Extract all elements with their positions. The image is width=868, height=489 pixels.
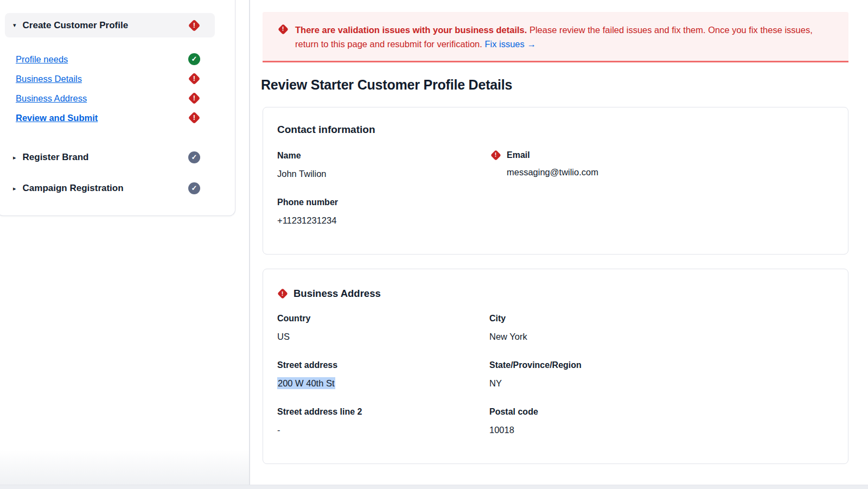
sidebar-section-create-customer-profile[interactable]: ▾ Create Customer Profile bbox=[5, 13, 215, 37]
field-value: 10018 bbox=[489, 425, 834, 435]
field-email: Email messaging@twilio.com bbox=[489, 151, 834, 179]
field-country: Country US bbox=[277, 314, 489, 342]
arrow-right-icon: → bbox=[527, 39, 536, 49]
sidebar-card: ▾ Create Customer Profile Profile needs … bbox=[0, 0, 235, 216]
banner-message-title: There are validation issues with your bu… bbox=[295, 25, 527, 35]
field-name: Name John Twilion bbox=[277, 151, 489, 179]
field-value: NY bbox=[489, 378, 834, 389]
field-value: US bbox=[277, 332, 489, 342]
sidebar-section-label: Create Customer Profile bbox=[23, 20, 182, 31]
field-label: Street address line 2 bbox=[277, 407, 489, 417]
success-check-icon bbox=[188, 53, 200, 65]
error-icon bbox=[188, 73, 200, 85]
field-value: - bbox=[277, 425, 489, 435]
banner-message: There are validation issues with your bu… bbox=[295, 23, 832, 51]
business-address-link[interactable]: Business Address bbox=[16, 93, 87, 104]
address-fields: Country US City New York Street address … bbox=[277, 314, 834, 435]
field-label: City bbox=[489, 314, 834, 323]
error-icon bbox=[188, 112, 200, 124]
chevron-down-icon: ▾ bbox=[13, 22, 16, 28]
contact-fields: Name John Twilion Email messaging@twilio… bbox=[277, 151, 834, 226]
contact-information-card: Contact information Name John Twilion Em… bbox=[263, 107, 848, 255]
business-address-card: Business Address Country US City New Yor… bbox=[263, 269, 848, 464]
sidebar-item-business-details: Business Details bbox=[5, 69, 215, 88]
field-value: New York bbox=[489, 332, 834, 342]
sidebar-step-list: Profile needs Business Details Business … bbox=[0, 49, 235, 128]
fix-issues-link[interactable]: Fix issues → bbox=[484, 39, 535, 49]
contact-card-title: Contact information bbox=[277, 124, 834, 136]
field-label: State/Province/Region bbox=[489, 360, 834, 370]
field-spacer bbox=[489, 198, 834, 226]
field-value: John Twilion bbox=[277, 169, 489, 179]
field-state-province-region: State/Province/Region NY bbox=[489, 360, 834, 389]
business-details-link[interactable]: Business Details bbox=[16, 74, 82, 84]
chevron-right-icon: ▸ bbox=[13, 186, 16, 192]
field-label: Street address bbox=[277, 360, 489, 370]
page-bottom-strip bbox=[0, 485, 868, 489]
sidebar-section-register-brand[interactable]: ▸ Register Brand bbox=[5, 148, 215, 167]
selected-text: 200 W 40th St bbox=[277, 377, 335, 389]
field-value: messaging@twilio.com bbox=[507, 167, 834, 177]
sidebar-section-label: Register Brand bbox=[23, 152, 89, 163]
error-icon bbox=[188, 92, 200, 104]
sidebar-item-profile-needs: Profile needs bbox=[5, 49, 215, 69]
page-title: Review Starter Customer Profile Details bbox=[261, 77, 848, 93]
sidebar-item-business-address: Business Address bbox=[5, 88, 215, 108]
field-label: Country bbox=[277, 314, 489, 323]
field-value: +11231231234 bbox=[277, 215, 489, 226]
field-street-address: Street address 200 W 40th St bbox=[277, 360, 489, 389]
error-icon bbox=[188, 20, 200, 31]
error-icon bbox=[277, 289, 288, 299]
sidebar-item-review-and-submit: Review and Submit bbox=[5, 108, 215, 128]
field-label: Postal code bbox=[489, 407, 834, 417]
field-label: Phone number bbox=[277, 198, 489, 207]
profile-needs-link[interactable]: Profile needs bbox=[16, 54, 68, 65]
error-icon bbox=[490, 150, 501, 160]
error-icon bbox=[278, 24, 288, 34]
neutral-check-icon bbox=[188, 151, 200, 163]
sidebar-section-campaign-registration[interactable]: ▸ Campaign Registration bbox=[5, 179, 215, 198]
address-card-title: Business Address bbox=[293, 288, 381, 300]
field-label: Email bbox=[507, 150, 530, 160]
sidebar-section-label: Campaign Registration bbox=[23, 183, 124, 194]
field-phone-number: Phone number +11231231234 bbox=[277, 198, 489, 226]
field-value: 200 W 40th St bbox=[277, 378, 489, 389]
chevron-right-icon: ▸ bbox=[13, 155, 16, 161]
review-and-submit-link[interactable]: Review and Submit bbox=[16, 113, 98, 123]
main-content: There are validation issues with your bu… bbox=[263, 12, 848, 464]
wizard-sidebar: ▾ Create Customer Profile Profile needs … bbox=[0, 0, 250, 489]
validation-error-banner: There are validation issues with your bu… bbox=[263, 12, 848, 62]
field-street-address-line-2: Street address line 2 - bbox=[277, 407, 489, 435]
field-label: Name bbox=[277, 151, 489, 161]
field-postal-code: Postal code 10018 bbox=[489, 407, 834, 435]
field-city: City New York bbox=[489, 314, 834, 342]
neutral-check-icon bbox=[188, 182, 200, 194]
